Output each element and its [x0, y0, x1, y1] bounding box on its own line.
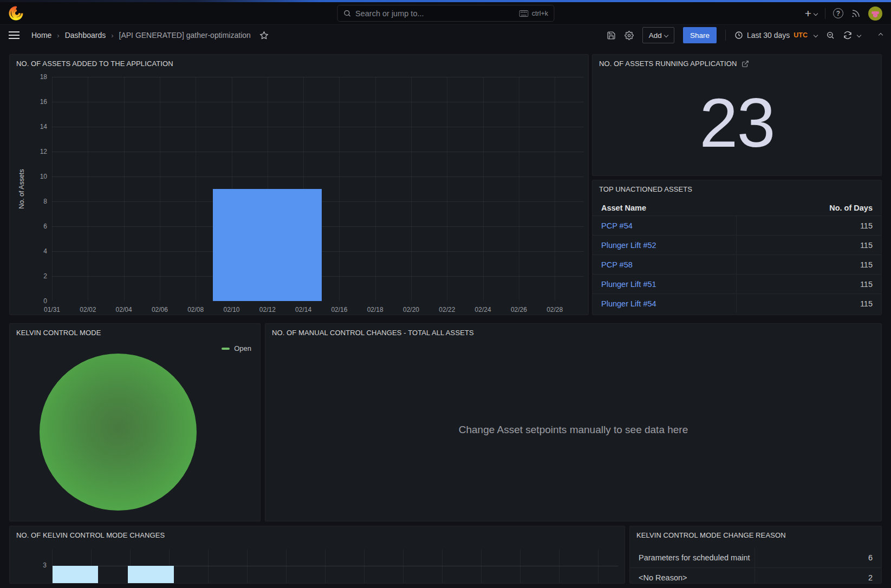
- panel-title-text: NO. OF ASSETS RUNNING APPLICATION: [599, 60, 737, 68]
- menu-icon[interactable]: [9, 31, 19, 39]
- search-shortcut-label: ctrl+k: [532, 10, 548, 17]
- asset-link[interactable]: Plunger Lift #54: [601, 299, 656, 308]
- legend-item-open[interactable]: Open: [222, 344, 251, 352]
- y-tick: 2: [43, 272, 47, 280]
- grafana-logo[interactable]: [9, 6, 23, 21]
- panel-kelvin-control-mode: KELVIN CONTROL MODE Open: [9, 323, 261, 521]
- table-header: Asset Name No. of Days: [593, 200, 881, 215]
- toolbar-divider: [725, 30, 726, 41]
- collapse-toolbar-icon[interactable]: [879, 33, 883, 37]
- add-button[interactable]: Add: [642, 27, 674, 43]
- panel-kelvin-mode-changes: NO. OF KELVIN CONTROL MODE CHANGES 3: [9, 526, 625, 584]
- share-button[interactable]: Share: [683, 27, 717, 43]
- asset-link[interactable]: PCP #54: [601, 221, 633, 230]
- stat-value: 23: [593, 75, 881, 170]
- star-icon[interactable]: [259, 31, 269, 40]
- y-tick: 10: [40, 173, 47, 180]
- breadcrumb-dashboards[interactable]: Dashboards: [65, 31, 106, 40]
- timezone-label: UTC: [794, 31, 808, 39]
- breadcrumb-home[interactable]: Home: [31, 31, 51, 40]
- table-row: PCP #58 115: [593, 254, 881, 274]
- days-value: 115: [860, 221, 873, 230]
- asset-link[interactable]: Plunger Lift #52: [601, 241, 656, 250]
- x-tick: 02/26: [511, 306, 527, 313]
- panel-manual-control-changes: NO. OF MANUAL CONTROL CHANGES - TOTAL AL…: [265, 323, 882, 521]
- table-row: Parameters for scheduled maint 6: [630, 548, 881, 567]
- x-tick: 02/14: [295, 306, 311, 313]
- time-range-picker[interactable]: Last 30 days UTC: [734, 31, 817, 40]
- x-tick: 02/04: [116, 306, 132, 313]
- panel-title[interactable]: NO. OF ASSETS ADDED TO THE APPLICATION: [16, 60, 173, 68]
- bar-chart-plot: 3: [52, 550, 618, 583]
- column-no-of-days[interactable]: No. of Days: [829, 204, 873, 212]
- panel-title[interactable]: NO. OF KELVIN CONTROL MODE CHANGES: [16, 531, 165, 539]
- y-tick: 18: [40, 73, 47, 81]
- days-value: 115: [860, 280, 873, 289]
- pie-chart-open-slice[interactable]: [40, 354, 197, 511]
- x-tick: 02/08: [187, 306, 204, 313]
- column-asset-name[interactable]: Asset Name: [601, 204, 646, 212]
- save-icon[interactable]: [607, 31, 616, 40]
- reason-count: 6: [868, 553, 873, 562]
- panel-title[interactable]: NO. OF ASSETS RUNNING APPLICATION: [599, 60, 749, 68]
- refresh-icon[interactable]: [843, 31, 852, 40]
- zoom-out-icon[interactable]: [826, 31, 835, 40]
- bar-assets-added[interactable]: [213, 189, 322, 301]
- breadcrumb-separator: ›: [57, 31, 59, 40]
- panel-assets-added: NO. OF ASSETS ADDED TO THE APPLICATION N…: [9, 54, 589, 315]
- top-navbar: ctrl+k + ?: [0, 2, 891, 25]
- y-tick: 0: [43, 297, 47, 305]
- days-value: 115: [860, 260, 873, 269]
- refresh-interval-chevron[interactable]: [857, 33, 861, 37]
- days-value: 115: [860, 241, 873, 250]
- clock-icon: [734, 31, 743, 40]
- help-icon[interactable]: ?: [833, 8, 843, 18]
- table-row: PCP #54 115: [593, 215, 881, 235]
- y-axis-label: No. of Assets: [18, 169, 25, 209]
- x-tick: 02/20: [403, 306, 419, 313]
- x-tick: 01/31: [44, 306, 60, 313]
- global-search: ctrl+k: [337, 5, 554, 22]
- table-row: Plunger Lift #51 115: [593, 274, 881, 293]
- news-icon[interactable]: [851, 9, 861, 18]
- x-tick: 02/28: [547, 306, 563, 313]
- asset-link[interactable]: Plunger Lift #51: [601, 280, 656, 289]
- panel-title[interactable]: KELVIN CONTROL MODE CHANGE REASON: [636, 531, 786, 539]
- breadcrumb-separator: ›: [111, 31, 113, 40]
- search-icon: [343, 9, 351, 17]
- table-row: Plunger Lift #54 115: [593, 293, 881, 313]
- y-tick: 14: [40, 123, 47, 130]
- y-tick: 3: [43, 561, 47, 569]
- y-tick: 16: [40, 98, 47, 106]
- bar-mode-changes[interactable]: [53, 566, 98, 583]
- y-tick: 8: [43, 198, 47, 205]
- panel-title[interactable]: TOP UNACTIONED ASSETS: [599, 185, 692, 193]
- new-button[interactable]: +: [805, 7, 817, 20]
- x-tick: 02/24: [475, 306, 491, 313]
- x-tick: 02/02: [80, 306, 96, 313]
- external-link-icon[interactable]: [742, 60, 749, 68]
- avatar-figure: [872, 11, 879, 14]
- y-tick: 4: [43, 247, 47, 255]
- dashboard-toolbar: Home › Dashboards › [API GENERATED] gath…: [0, 25, 891, 45]
- no-data-message: Change Asset setpoints manually to see d…: [265, 324, 881, 521]
- table-row: <No Reason> 2: [630, 567, 881, 584]
- panel-assets-running: NO. OF ASSETS RUNNING APPLICATION 23: [592, 54, 882, 176]
- user-avatar[interactable]: [868, 6, 882, 21]
- y-tick: 12: [40, 148, 47, 155]
- add-button-label: Add: [649, 31, 662, 40]
- breadcrumb: Home › Dashboards › [API GENERATED] gath…: [31, 31, 269, 40]
- bar-chart-plot: 18 16 14 12 10 8 6 4 2 0 01/31 02/02 02/…: [52, 77, 584, 301]
- search-input[interactable]: [355, 9, 515, 18]
- table-body: PCP #54 115 Plunger Lift #52 115 PCP #58…: [593, 215, 881, 313]
- legend-color-swatch: [222, 348, 230, 350]
- bar-mode-changes[interactable]: [128, 566, 174, 583]
- x-tick: 02/06: [152, 306, 168, 313]
- panel-change-reason: KELVIN CONTROL MODE CHANGE REASON Parame…: [629, 526, 882, 584]
- asset-link[interactable]: PCP #58: [601, 260, 633, 269]
- x-tick: 02/12: [259, 306, 276, 313]
- x-tick: 02/22: [439, 306, 455, 313]
- legend-label: Open: [234, 344, 251, 352]
- panel-title[interactable]: KELVIN CONTROL MODE: [16, 329, 101, 337]
- gear-icon[interactable]: [625, 31, 634, 40]
